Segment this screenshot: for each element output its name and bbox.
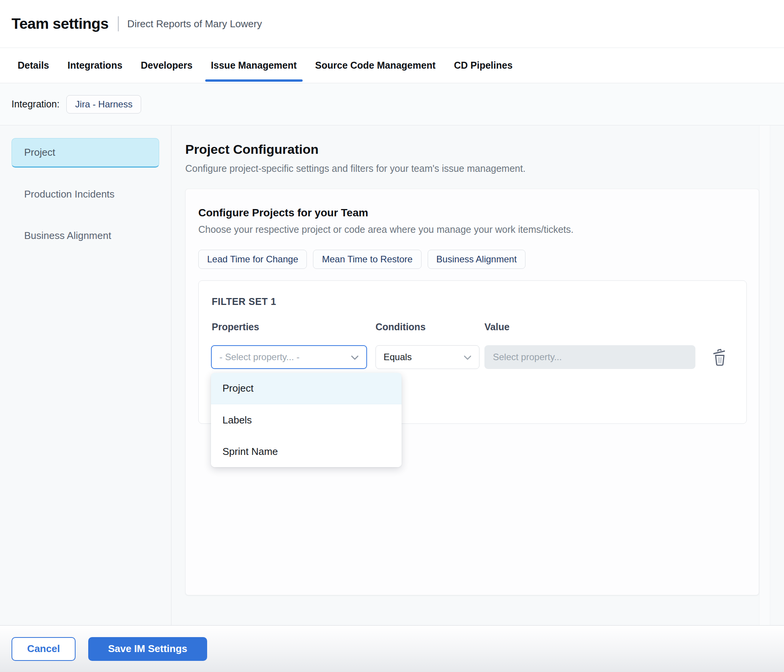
- cancel-button[interactable]: Cancel: [12, 637, 76, 661]
- integration-chip[interactable]: Jira - Harness: [66, 95, 141, 114]
- tab-issue-management[interactable]: Issue Management: [205, 48, 303, 83]
- chevron-down-icon: [351, 352, 359, 362]
- team-settings-page: Team settings Direct Reports of Mary Low…: [0, 0, 784, 672]
- dropdown-option-sprint-name[interactable]: Sprint Name: [211, 436, 402, 467]
- integration-label: Integration:: [12, 99, 59, 110]
- trash-icon: [711, 362, 728, 368]
- metric-chips: Lead Time for Change Mean Time to Restor…: [198, 250, 746, 269]
- dropdown-option-project[interactable]: Project: [211, 373, 402, 404]
- integration-bar: Integration: Jira - Harness: [0, 83, 784, 125]
- filter-set-card: FILTER SET 1 Properties Conditions Value…: [198, 280, 747, 424]
- tab-source-code-management[interactable]: Source Code Management: [310, 48, 441, 83]
- footer-bar: Cancel Save IM Settings: [0, 625, 784, 672]
- content-area: Project Production Incidents Business Al…: [0, 125, 784, 625]
- tab-cd-pipelines[interactable]: CD Pipelines: [448, 48, 519, 83]
- chip-lead-time-for-change[interactable]: Lead Time for Change: [198, 250, 307, 269]
- delete-filter-button[interactable]: [710, 348, 729, 367]
- main-panel: Project Configuration Configure project-…: [171, 125, 784, 625]
- page-title: Team settings: [12, 15, 109, 32]
- sidebar-item-project[interactable]: Project: [12, 138, 159, 168]
- properties-select-placeholder: - Select property... -: [219, 352, 300, 362]
- value-column-label: Value: [484, 321, 509, 333]
- sidebar: Project Production Incidents Business Al…: [0, 125, 171, 625]
- title-divider: [118, 16, 119, 31]
- dropdown-option-labels[interactable]: Labels: [211, 404, 402, 436]
- projects-card: Configure Projects for your Team Choose …: [185, 189, 759, 595]
- properties-column-label: Properties: [212, 321, 259, 333]
- save-im-settings-button[interactable]: Save IM Settings: [88, 637, 207, 661]
- conditions-column-label: Conditions: [376, 321, 426, 333]
- tab-details[interactable]: Details: [12, 48, 55, 83]
- tab-developers[interactable]: Developers: [135, 48, 198, 83]
- page-subtitle: Direct Reports of Mary Lowery: [127, 18, 262, 30]
- sidebar-item-production-incidents[interactable]: Production Incidents: [12, 180, 159, 209]
- conditions-select-value: Equals: [384, 352, 412, 362]
- property-dropdown: Project Labels Sprint Name: [211, 373, 402, 467]
- tab-integrations[interactable]: Integrations: [62, 48, 128, 83]
- properties-select[interactable]: - Select property... -: [211, 345, 367, 369]
- value-input[interactable]: [484, 345, 695, 369]
- filter-set-title: FILTER SET 1: [212, 296, 276, 307]
- chevron-down-icon: [464, 352, 471, 362]
- projects-card-subtitle: Choose your respective project or code a…: [198, 224, 746, 235]
- conditions-select[interactable]: Equals: [376, 345, 479, 369]
- chip-mean-time-to-restore[interactable]: Mean Time to Restore: [313, 250, 421, 269]
- tab-bar: Details Integrations Developers Issue Ma…: [0, 48, 784, 83]
- section-subtitle: Configure project-specific settings and …: [185, 163, 784, 174]
- chip-business-alignment[interactable]: Business Alignment: [428, 250, 525, 269]
- sidebar-item-business-alignment[interactable]: Business Alignment: [12, 221, 159, 250]
- projects-card-title: Configure Projects for your Team: [198, 207, 746, 219]
- page-header: Team settings Direct Reports of Mary Low…: [0, 0, 784, 48]
- section-title: Project Configuration: [185, 142, 784, 157]
- scrollbar-track[interactable]: [759, 125, 770, 625]
